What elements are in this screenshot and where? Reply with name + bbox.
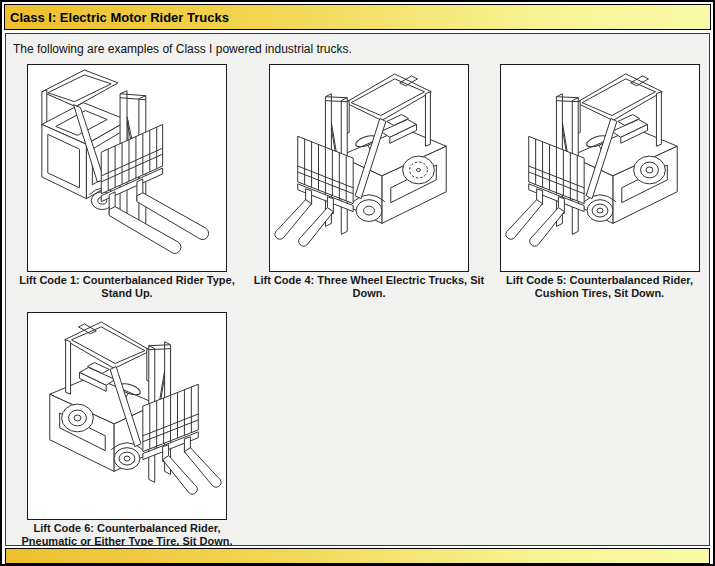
page-container: Class I: Electric Motor Rider Trucks The… xyxy=(0,0,715,566)
figure-grid: Lift Code 1: Counterbalanced Rider Type,… xyxy=(6,64,709,546)
forklift-illustration xyxy=(28,65,226,271)
figure-lift-code-1: Lift Code 1: Counterbalanced Rider Type,… xyxy=(6,64,248,300)
figure-caption: Lift Code 1: Counterbalanced Rider Type,… xyxy=(6,274,248,300)
forklift-image-box xyxy=(269,64,469,272)
intro-text: The following are examples of Class I po… xyxy=(6,40,709,56)
forklift-illustration xyxy=(28,313,226,519)
figure-caption: Lift Code 6: Counterbalanced Rider, Pneu… xyxy=(6,522,248,546)
footer-bar xyxy=(5,548,710,564)
figure-lift-code-5: Lift Code 5: Counterbalanced Rider, Cush… xyxy=(490,64,709,300)
content-panel: The following are examples of Class I po… xyxy=(5,33,710,546)
page-title: Class I: Electric Motor Rider Trucks xyxy=(10,10,229,25)
figure-caption: Lift Code 4: Three Wheel Electric Trucks… xyxy=(248,274,490,300)
section-header-bar: Class I: Electric Motor Rider Trucks xyxy=(4,4,711,30)
figure-lift-code-6: Lift Code 6: Counterbalanced Rider, Pneu… xyxy=(6,312,248,546)
forklift-image-box xyxy=(27,64,227,272)
figure-lift-code-4: Lift Code 4: Three Wheel Electric Trucks… xyxy=(248,64,490,300)
figure-caption: Lift Code 5: Counterbalanced Rider, Cush… xyxy=(490,274,709,300)
forklift-illustration xyxy=(270,65,468,271)
forklift-image-box xyxy=(27,312,227,520)
forklift-illustration xyxy=(501,65,699,271)
forklift-image-box xyxy=(500,64,700,272)
